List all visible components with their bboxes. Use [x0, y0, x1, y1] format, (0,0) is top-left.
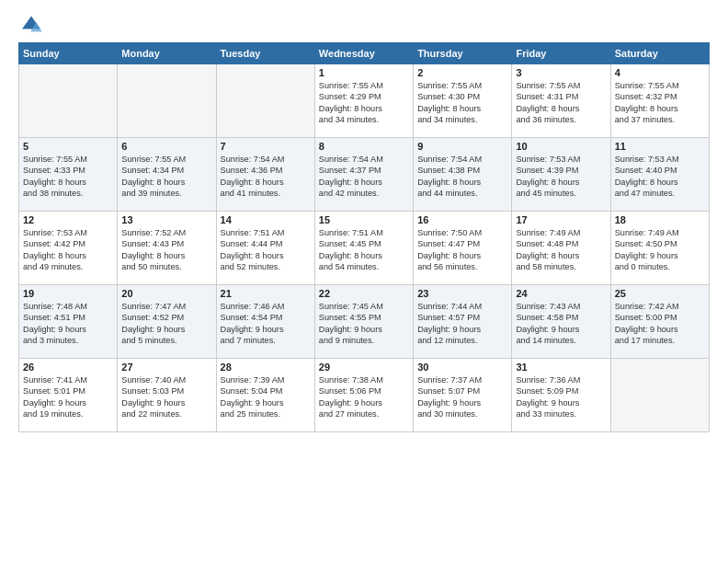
col-header-monday: Monday	[118, 43, 216, 64]
calendar-cell: 22Sunrise: 7:45 AM Sunset: 4:55 PM Dayli…	[314, 285, 413, 359]
day-number: 19	[23, 288, 113, 299]
day-number: 10	[516, 141, 606, 152]
calendar-cell: 21Sunrise: 7:46 AM Sunset: 4:54 PM Dayli…	[216, 285, 314, 359]
calendar-cell: 28Sunrise: 7:39 AM Sunset: 5:04 PM Dayli…	[216, 359, 314, 432]
day-number: 2	[417, 67, 507, 78]
calendar-cell: 13Sunrise: 7:52 AM Sunset: 4:43 PM Dayli…	[118, 212, 216, 285]
calendar-week-row: 1Sunrise: 7:55 AM Sunset: 4:29 PM Daylig…	[19, 64, 710, 138]
calendar-cell	[610, 359, 709, 432]
day-info: Sunrise: 7:40 AM Sunset: 5:03 PM Dayligh…	[121, 374, 211, 420]
calendar-cell: 26Sunrise: 7:41 AM Sunset: 5:01 PM Dayli…	[19, 359, 118, 432]
day-info: Sunrise: 7:49 AM Sunset: 4:48 PM Dayligh…	[516, 227, 606, 273]
day-info: Sunrise: 7:45 AM Sunset: 4:55 PM Dayligh…	[319, 301, 409, 347]
calendar-cell: 20Sunrise: 7:47 AM Sunset: 4:52 PM Dayli…	[118, 285, 216, 359]
calendar-header-row: SundayMondayTuesdayWednesdayThursdayFrid…	[19, 43, 710, 64]
calendar-cell: 2Sunrise: 7:55 AM Sunset: 4:30 PM Daylig…	[414, 64, 512, 138]
calendar-cell: 16Sunrise: 7:50 AM Sunset: 4:47 PM Dayli…	[414, 212, 512, 285]
day-number: 6	[121, 141, 211, 152]
day-info: Sunrise: 7:36 AM Sunset: 5:09 PM Dayligh…	[516, 374, 606, 420]
calendar-cell: 7Sunrise: 7:54 AM Sunset: 4:36 PM Daylig…	[216, 138, 314, 212]
day-number: 26	[23, 362, 113, 373]
day-number: 27	[121, 362, 211, 373]
day-info: Sunrise: 7:46 AM Sunset: 4:54 PM Dayligh…	[221, 301, 311, 347]
day-number: 9	[417, 141, 507, 152]
calendar-cell: 23Sunrise: 7:44 AM Sunset: 4:57 PM Dayli…	[414, 285, 512, 359]
day-number: 24	[516, 288, 606, 299]
day-info: Sunrise: 7:47 AM Sunset: 4:52 PM Dayligh…	[121, 301, 211, 347]
calendar-page: SundayMondayTuesdayWednesdayThursdayFrid…	[0, 0, 728, 563]
day-info: Sunrise: 7:41 AM Sunset: 5:01 PM Dayligh…	[23, 374, 113, 420]
calendar-cell	[19, 64, 118, 138]
day-number: 8	[319, 141, 409, 152]
day-number: 12	[23, 214, 113, 225]
day-info: Sunrise: 7:48 AM Sunset: 4:51 PM Dayligh…	[23, 301, 113, 347]
day-info: Sunrise: 7:55 AM Sunset: 4:32 PM Dayligh…	[615, 80, 705, 126]
calendar-cell: 29Sunrise: 7:38 AM Sunset: 5:06 PM Dayli…	[314, 359, 413, 432]
day-number: 1	[319, 67, 409, 78]
calendar-cell: 3Sunrise: 7:55 AM Sunset: 4:31 PM Daylig…	[512, 64, 610, 138]
calendar-cell: 15Sunrise: 7:51 AM Sunset: 4:45 PM Dayli…	[314, 212, 413, 285]
logo	[18, 15, 42, 33]
calendar-cell	[216, 64, 314, 138]
day-number: 21	[221, 288, 311, 299]
calendar-cell: 25Sunrise: 7:42 AM Sunset: 5:00 PM Dayli…	[610, 285, 709, 359]
day-info: Sunrise: 7:53 AM Sunset: 4:42 PM Dayligh…	[23, 227, 113, 273]
day-number: 20	[121, 288, 211, 299]
calendar-cell	[118, 64, 216, 138]
calendar-table: SundayMondayTuesdayWednesdayThursdayFrid…	[18, 42, 710, 432]
day-info: Sunrise: 7:51 AM Sunset: 4:44 PM Dayligh…	[221, 227, 311, 273]
day-info: Sunrise: 7:42 AM Sunset: 5:00 PM Dayligh…	[615, 301, 705, 347]
day-number: 17	[516, 214, 606, 225]
col-header-saturday: Saturday	[610, 43, 709, 64]
day-info: Sunrise: 7:49 AM Sunset: 4:50 PM Dayligh…	[615, 227, 705, 273]
day-number: 23	[417, 288, 507, 299]
calendar-week-row: 5Sunrise: 7:55 AM Sunset: 4:33 PM Daylig…	[19, 138, 710, 212]
day-number: 5	[23, 141, 113, 152]
col-header-wednesday: Wednesday	[314, 43, 413, 64]
day-number: 22	[319, 288, 409, 299]
calendar-week-row: 26Sunrise: 7:41 AM Sunset: 5:01 PM Dayli…	[19, 359, 710, 432]
day-info: Sunrise: 7:43 AM Sunset: 4:58 PM Dayligh…	[516, 301, 606, 347]
day-info: Sunrise: 7:55 AM Sunset: 4:33 PM Dayligh…	[23, 154, 113, 200]
col-header-tuesday: Tuesday	[216, 43, 314, 64]
day-info: Sunrise: 7:51 AM Sunset: 4:45 PM Dayligh…	[319, 227, 409, 273]
day-number: 25	[615, 288, 705, 299]
calendar-cell: 4Sunrise: 7:55 AM Sunset: 4:32 PM Daylig…	[610, 64, 709, 138]
calendar-cell: 1Sunrise: 7:55 AM Sunset: 4:29 PM Daylig…	[314, 64, 413, 138]
page-header	[18, 15, 710, 33]
calendar-cell: 31Sunrise: 7:36 AM Sunset: 5:09 PM Dayli…	[512, 359, 610, 432]
day-info: Sunrise: 7:44 AM Sunset: 4:57 PM Dayligh…	[417, 301, 507, 347]
day-number: 14	[221, 214, 311, 225]
col-header-sunday: Sunday	[19, 43, 118, 64]
day-number: 31	[516, 362, 606, 373]
day-info: Sunrise: 7:54 AM Sunset: 4:36 PM Dayligh…	[221, 154, 311, 200]
day-info: Sunrise: 7:37 AM Sunset: 5:07 PM Dayligh…	[417, 374, 507, 420]
day-number: 29	[319, 362, 409, 373]
calendar-cell: 19Sunrise: 7:48 AM Sunset: 4:51 PM Dayli…	[19, 285, 118, 359]
day-info: Sunrise: 7:53 AM Sunset: 4:39 PM Dayligh…	[516, 154, 606, 200]
calendar-cell: 24Sunrise: 7:43 AM Sunset: 4:58 PM Dayli…	[512, 285, 610, 359]
day-number: 13	[121, 214, 211, 225]
day-number: 11	[615, 141, 705, 152]
col-header-thursday: Thursday	[414, 43, 512, 64]
day-number: 4	[615, 67, 705, 78]
day-number: 7	[221, 141, 311, 152]
calendar-cell: 10Sunrise: 7:53 AM Sunset: 4:39 PM Dayli…	[512, 138, 610, 212]
day-info: Sunrise: 7:54 AM Sunset: 4:38 PM Dayligh…	[417, 154, 507, 200]
day-number: 18	[615, 214, 705, 225]
calendar-cell: 11Sunrise: 7:53 AM Sunset: 4:40 PM Dayli…	[610, 138, 709, 212]
calendar-cell: 12Sunrise: 7:53 AM Sunset: 4:42 PM Dayli…	[19, 212, 118, 285]
day-number: 3	[516, 67, 606, 78]
day-info: Sunrise: 7:52 AM Sunset: 4:43 PM Dayligh…	[121, 227, 211, 273]
calendar-cell: 5Sunrise: 7:55 AM Sunset: 4:33 PM Daylig…	[19, 138, 118, 212]
calendar-cell: 8Sunrise: 7:54 AM Sunset: 4:37 PM Daylig…	[314, 138, 413, 212]
calendar-cell: 14Sunrise: 7:51 AM Sunset: 4:44 PM Dayli…	[216, 212, 314, 285]
calendar-cell: 6Sunrise: 7:55 AM Sunset: 4:34 PM Daylig…	[118, 138, 216, 212]
logo-icon	[20, 15, 42, 33]
day-number: 15	[319, 214, 409, 225]
day-info: Sunrise: 7:39 AM Sunset: 5:04 PM Dayligh…	[221, 374, 311, 420]
day-info: Sunrise: 7:38 AM Sunset: 5:06 PM Dayligh…	[319, 374, 409, 420]
calendar-week-row: 12Sunrise: 7:53 AM Sunset: 4:42 PM Dayli…	[19, 212, 710, 285]
calendar-cell: 18Sunrise: 7:49 AM Sunset: 4:50 PM Dayli…	[610, 212, 709, 285]
day-info: Sunrise: 7:55 AM Sunset: 4:29 PM Dayligh…	[319, 80, 409, 126]
